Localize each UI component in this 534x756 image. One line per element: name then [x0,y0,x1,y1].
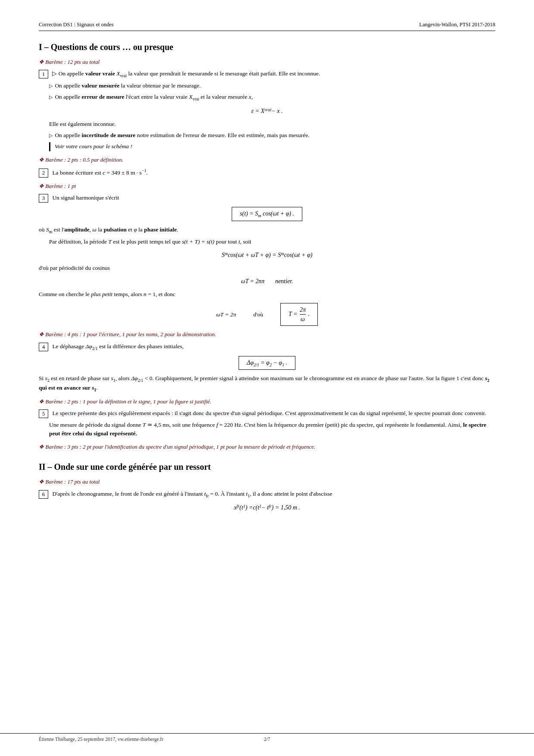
q3-formula3: ωT = 2nπ n entier. [39,277,495,286]
q1-formula-epsilon: ε = Xvrai − x . [39,106,495,116]
q1-number: 1 [39,70,48,78]
question-1: 1 ▷ On appelle valeur vraie Xvrai la val… [39,69,495,151]
q2-bareme: Barème : 1 pt [39,182,495,191]
section2-bareme-total: Barème : 17 pts au total [39,478,495,486]
q4-intro: 4 Le déphasage Δφ2/1 est la différence d… [39,342,495,352]
q4-number: 4 [39,343,48,351]
q1-triangle1: ▷ On appelle valeur vraie Xvrai la valeu… [52,70,320,77]
question-6: 6 D'après le chronogramme, le front de l… [39,490,495,512]
section2-title: II – Onde sur une corde générée par un r… [39,460,495,473]
q1-incertitude: ▷ On appelle incertitude de mesure notre… [49,131,495,140]
question-4: 4 Le déphasage Δφ2/1 est la différence d… [39,342,495,393]
q2-text: 2 La bonne écriture est c = 349 ± 8 m · … [39,167,495,178]
q3-formula-main: s(t) = Sm cos(ωt + φ) . [39,207,495,221]
q3-bareme: Barème : 4 pts : 1 pour l'écriture, 1 po… [39,330,495,339]
q6-number: 6 [39,490,48,499]
q3-apres: d'où par périodicité du cosinus [39,264,495,272]
q3-intro: 3 Un signal harmonique s'écrit [39,194,495,203]
q4-bareme: Barème : 2 pts : 1 pour la définition et… [39,397,495,406]
q3-comme: Comme on cherche le plus petit temps, al… [39,290,495,299]
q5-bareme: Barème : 3 pts : 2 pt pour l'identificat… [39,443,495,451]
q4-text1: Si s2 est en retard de phase sur s1, alo… [39,374,495,393]
q3-formula2: Sm cos(ωt + ωT + φ) = Sm cos(ωt + φ) [39,250,495,259]
footer-center: 2/7 [264,736,270,743]
q5-text2: Une mesure de période du signal donne T … [49,421,495,438]
q3-where: où Sm est l'amplitude, ω la pulsation et… [39,225,495,235]
q5-number: 5 [39,409,48,418]
q1-inconnue: Elle est également inconnue. [49,120,495,128]
q1-line1: 1 ▷ On appelle valeur vraie Xvrai la val… [39,69,495,79]
page-header: Correction DS1 : Signaux et ondes Langev… [39,21,495,31]
q6-text: 6 D'après le chronogramme, le front de l… [39,490,495,499]
q3-number: 3 [39,194,48,203]
section1-bareme-total: Barème : 12 pts au total [39,58,495,66]
q2-number: 2 [39,169,48,177]
q1-bareme: Barème : 2 pts : 0.5 par définition. [39,156,495,164]
q3-formula4: ωT = 2π d'où T = 2π ω . [39,303,495,326]
header-left: Correction DS1 : Signaux et ondes [39,21,114,29]
page-footer: Étienne Thiébarge, 25 septembre 2017, vw… [0,733,534,743]
q4-formula: Δφ2/1 = φ2 − φ1 . [39,356,495,370]
question-2: 2 La bonne écriture est c = 349 ± 8 m · … [39,167,495,178]
q1-voir-cours: Voir votre cours pour le schéma ! [49,142,495,151]
q1-line3: ▷ On appelle erreur de mesure l'écart en… [49,93,495,102]
q1-line2: ▷ On appelle valeur mesurée la valeur ob… [49,81,495,90]
question-5: 5 Le spectre présente des pics régulière… [39,409,495,438]
header-right: Langevin-Wallon, PTSI 2017-2018 [419,21,495,29]
question-3: 3 Un signal harmonique s'écrit s(t) = Sm… [39,194,495,326]
q5-text1: 5 Le spectre présente des pics régulière… [39,409,495,418]
section1-title: I – Questions de cours … ou presque [39,41,495,53]
q6-formula: xfr(t1) = c(t1 − tfr) = 1,50 m . [39,503,495,512]
q3-par-def: Par définition, la période T est le plus… [49,237,495,246]
footer-left: Étienne Thiébarge, 25 septembre 2017, vw… [39,736,164,743]
